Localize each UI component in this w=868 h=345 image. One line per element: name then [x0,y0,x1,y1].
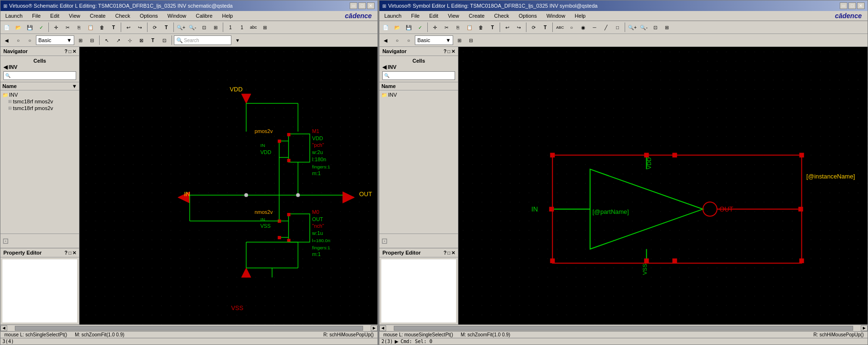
rtb-home[interactable]: ○ [403,35,414,45]
menu-calibre[interactable]: Calibre [193,12,216,20]
left-minimize-btn[interactable]: ─ [350,2,357,9]
rtb-open[interactable]: 📂 [392,22,402,33]
right-scrollbar[interactable]: ◀ ▶ [379,324,868,331]
rtb-zoomout[interactable]: 🔍- [639,22,649,33]
tb-open[interactable]: 📂 [13,22,23,33]
right-nav-back-arrow[interactable]: ◀ [382,64,387,70]
tb-abc[interactable]: abc [248,22,259,33]
tb-zoomfit[interactable]: ⊡ [199,22,209,33]
tree-item-inv[interactable]: 📁 INV [1,91,78,98]
menu-help[interactable]: Help [219,12,236,20]
tb-1[interactable]: 1 [225,22,236,33]
rtb-sym3[interactable]: ─ [589,22,600,33]
tb-check[interactable]: ✓ [36,22,46,33]
menu-create[interactable]: Create [87,12,108,20]
tree-item-nmos[interactable]: ⊞ tsmc18rf nmos2v [1,98,78,105]
rtb-zoomsel[interactable]: ⊞ [662,22,672,33]
tb-copy[interactable]: ⎘ [74,22,84,33]
rtb-zoomfit[interactable]: ⊡ [650,22,661,33]
left-scroll-left[interactable]: ◀ [0,325,7,331]
right-menu-create[interactable]: Create [466,12,488,20]
select-mode[interactable]: Basic ▼ [36,35,74,45]
rtb-paste[interactable]: 📋 [464,22,475,33]
rtb-undo[interactable]: ↩ [502,22,513,33]
left-close-btn[interactable]: ✕ [367,2,375,9]
menu-window[interactable]: Window [165,12,189,20]
right-canvas[interactable]: IN OUT VDD VSS [@partName] [@instanceNam… [458,47,868,324]
search-box-left[interactable]: 🔍 Search [174,35,231,45]
left-scroll-right[interactable]: ▶ [371,325,377,331]
tb-snap2[interactable]: ⊟ [87,35,97,45]
rtb-add[interactable]: ✛ [430,22,440,33]
tb-textadd[interactable]: T [148,35,158,45]
rtb-snap1[interactable]: ⊞ [454,35,465,45]
nav-minimize-icon[interactable]: □ [69,49,71,54]
tb-new[interactable]: 📄 [1,22,12,33]
menu-file[interactable]: File [29,12,44,20]
menu-launch[interactable]: Launch [2,12,25,20]
tb-text2[interactable]: T [161,22,171,33]
left-prop-help[interactable]: ? [65,250,68,256]
tb-stretch[interactable]: ⊠ [136,35,147,45]
rtb-check[interactable]: ✓ [415,22,425,33]
tb-paste[interactable]: 📋 [85,22,96,33]
tb-sel[interactable]: ↖ [102,35,112,45]
right-restore-btn[interactable]: □ [848,2,856,9]
right-nav-search[interactable]: 🔍 [382,71,455,80]
right-nav-search-input[interactable] [389,73,453,78]
rtb-back[interactable]: ◀ [380,35,391,45]
rtb-redo[interactable]: ↪ [514,22,524,33]
tb-more[interactable]: ⊞ [260,22,270,33]
rtb-delete[interactable]: 🗑 [476,22,486,33]
right-nav-minimize-icon[interactable]: □ [447,49,450,54]
nav-close-icon[interactable]: ✕ [72,49,76,54]
rtb-cut[interactable]: ✂ [441,22,452,33]
tb-undo[interactable]: ↩ [123,22,134,33]
right-menu-help[interactable]: Help [572,12,589,20]
left-prop-close[interactable]: ✕ [72,250,76,256]
right-scroll-right[interactable]: ▶ [861,325,868,331]
right-close-btn[interactable]: ✕ [857,2,865,9]
nav-help-icon[interactable]: ? [65,49,68,54]
right-menu-file[interactable]: File [408,12,423,20]
rtb-text2[interactable]: T [540,22,550,33]
tb-save[interactable]: 💾 [24,22,35,33]
rtb-sym2[interactable]: ◉ [578,22,588,33]
tb-home[interactable]: ○ [24,35,35,45]
right-nav-help-icon[interactable]: ? [444,49,446,54]
tb-zoomout[interactable]: 🔍- [187,22,198,33]
right-menu-view[interactable]: View [445,12,462,20]
tb-delete[interactable]: 🗑 [97,22,107,33]
rtb-abc[interactable]: ABC [555,22,565,33]
right-prop-close[interactable]: ✕ [451,250,455,256]
right-menu-window[interactable]: Window [544,12,568,20]
rtb-fwd[interactable]: ○ [392,35,402,45]
rtb-sym4[interactable]: ╱ [601,22,611,33]
right-minimize-btn[interactable]: ─ [840,2,847,9]
menu-check[interactable]: Check [112,12,133,20]
right-menu-check[interactable]: Check [491,12,512,20]
rtb-sym1[interactable]: ○ [566,22,577,33]
tree-item-pmos[interactable]: ⊞ tsmc18rf pmos2v [1,105,78,111]
right-prop-help[interactable]: ? [444,250,446,256]
left-nav-back-arrow[interactable]: ◀ [3,64,8,70]
menu-options[interactable]: Options [137,12,161,20]
right-select-mode[interactable]: Basic ▼ [415,35,453,45]
tb-zoomin[interactable]: 🔍+ [176,22,186,33]
right-menu-edit[interactable]: Edit [426,12,441,20]
right-tree-item-inv[interactable]: 📁 INV [380,91,457,98]
left-restore-btn[interactable]: □ [358,2,366,9]
rtb-snap2[interactable]: ⊟ [466,35,476,45]
left-prop-min[interactable]: □ [69,250,71,256]
right-prop-min[interactable]: □ [447,250,450,256]
tb-back[interactable]: ◀ [1,35,12,45]
rtb-copy[interactable]: ⎘ [453,22,463,33]
tb-rotate[interactable]: ⟳ [149,22,160,33]
tb-sel2[interactable]: ↗ [113,35,124,45]
menu-edit[interactable]: Edit [47,12,62,20]
search-dropdown[interactable]: ▼ [232,35,243,45]
right-menu-launch[interactable]: Launch [381,12,404,20]
left-canvas[interactable]: VDD VSS IN OUT [80,47,377,324]
tb-redo[interactable]: ↪ [135,22,145,33]
rtb-text[interactable]: T [487,22,498,33]
